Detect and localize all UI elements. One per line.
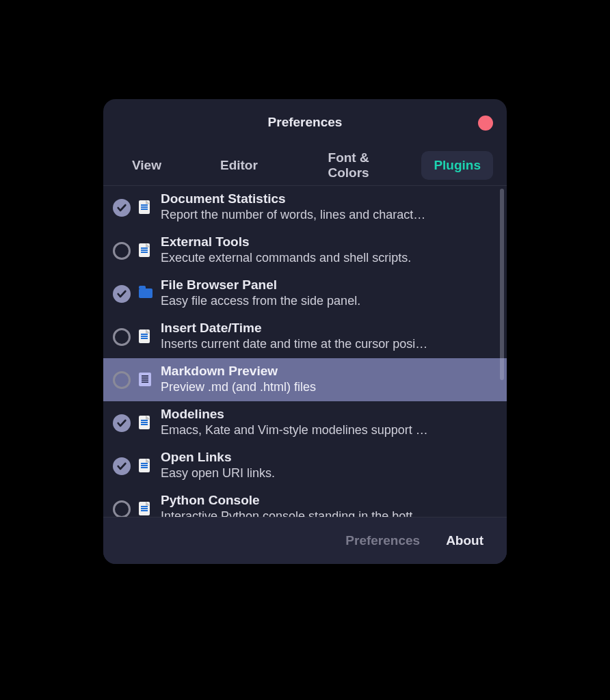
plugin-description: Execute external commands and shell scri… [161,250,497,266]
checkbox-unchecked-icon[interactable] [113,371,131,389]
plugin-description: Report the number of words, lines and ch… [161,207,497,223]
file-icon [139,200,152,215]
plugin-title: Open Links [161,450,497,466]
plugin-text: Document StatisticsReport the number of … [161,191,497,223]
file-icon [139,416,152,431]
tab-view[interactable]: View [120,151,174,180]
file-icon [139,502,152,517]
plugin-list[interactable]: Document StatisticsReport the number of … [103,185,507,517]
checkbox-unchecked-icon[interactable] [113,242,131,260]
folder-icon [139,286,152,301]
plugin-text: File Browser PanelEasy file access from … [161,278,497,309]
window-title: Preferences [268,115,343,130]
checkbox-unchecked-icon[interactable] [113,500,131,518]
close-icon[interactable] [478,116,493,131]
plugin-text: Python ConsoleInteractive Python console… [161,493,497,517]
plugin-row[interactable]: Python ConsoleInteractive Python console… [103,487,507,517]
plugin-text: ModelinesEmacs, Kate and Vim-style model… [161,407,497,438]
checkbox-checked-icon[interactable] [113,457,131,475]
plugin-text: Insert Date/TimeInserts current date and… [161,321,497,352]
tab-editor[interactable]: Editor [208,151,270,180]
plugin-description: Easy open URI links. [161,466,497,481]
plugin-title: External Tools [161,234,497,250]
plugin-preferences-button[interactable]: Preferences [345,533,420,548]
plugin-text: Markdown PreviewPreview .md (and .html) … [161,364,497,395]
plugin-title: Modelines [161,407,497,422]
plugin-description: Emacs, Kate and Vim-style modelines supp… [161,422,497,438]
checkbox-checked-icon[interactable] [113,414,131,432]
plugin-title: Python Console [161,493,497,509]
plugin-row[interactable]: Markdown PreviewPreview .md (and .html) … [103,358,507,401]
plugin-description: Interactive Python console standing in t… [161,509,497,517]
checkbox-unchecked-icon[interactable] [113,328,131,346]
tab-bar: View Editor Font & Colors Plugins [103,146,507,185]
plugin-title: File Browser Panel [161,278,497,293]
plugin-row[interactable]: External ToolsExecute external commands … [103,229,507,272]
preferences-window: Preferences View Editor Font & Colors Pl… [103,99,507,564]
tab-font-colors[interactable]: Font & Colors [302,144,396,187]
plugin-row[interactable]: Open LinksEasy open URI links. [103,444,507,487]
file-icon [139,329,152,345]
plugin-description: Inserts current date and time at the cur… [161,336,497,352]
tab-plugins[interactable]: Plugins [421,151,493,180]
plugin-title: Document Statistics [161,191,497,207]
plugin-row[interactable]: ModelinesEmacs, Kate and Vim-style model… [103,401,507,444]
md-icon [139,373,152,388]
scrollbar-thumb[interactable] [500,189,504,380]
plugin-row[interactable]: Document StatisticsReport the number of … [103,186,507,229]
file-icon [139,459,152,474]
plugin-text: External ToolsExecute external commands … [161,234,497,266]
footer-bar: Preferences About [103,517,507,564]
file-icon [139,243,152,258]
plugin-description: Easy file access from the side panel. [161,293,497,309]
checkbox-checked-icon[interactable] [113,285,131,303]
plugin-title: Markdown Preview [161,364,497,379]
plugin-title: Insert Date/Time [161,321,497,336]
plugin-text: Open LinksEasy open URI links. [161,450,497,481]
about-button[interactable]: About [446,533,483,548]
plugin-row[interactable]: File Browser PanelEasy file access from … [103,272,507,315]
checkbox-checked-icon[interactable] [113,199,131,217]
plugin-row[interactable]: Insert Date/TimeInserts current date and… [103,315,507,358]
plugin-description: Preview .md (and .html) files [161,379,497,395]
titlebar: Preferences [103,99,507,146]
